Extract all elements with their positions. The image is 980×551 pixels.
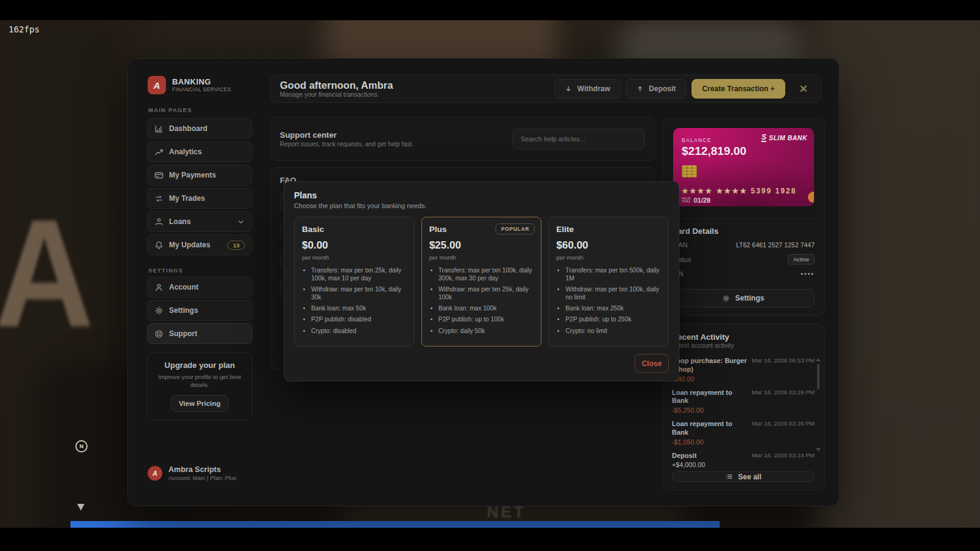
withdraw-button[interactable]: Withdraw xyxy=(554,79,620,99)
plan-feature: Transfers: max per txn 100k, daily 300k,… xyxy=(439,267,534,283)
withdraw-label: Withdraw xyxy=(577,84,610,93)
activity-row[interactable]: Loan repayment to Bank Mar 16, 2026 03:2… xyxy=(672,417,815,449)
plan-feature: P2P publish: disabled xyxy=(311,316,407,324)
sidebar-item-settings[interactable]: Settings xyxy=(147,300,252,321)
sidebar-item-my-updates[interactable]: My Updates 13 xyxy=(147,234,252,255)
activity-amount: +$4,000.00 xyxy=(672,461,815,468)
background-shelves xyxy=(815,20,980,528)
close-app-icon[interactable]: ✕ xyxy=(796,81,812,97)
support-title: Support center xyxy=(280,130,413,141)
activity-amount: -$5,250.00 xyxy=(672,407,815,414)
bank-brand: S SLIM BANK xyxy=(761,133,807,142)
user-footer: A Ambra Scripts Account: Main | Plan: Pl… xyxy=(148,465,236,481)
plan-card-plus[interactable]: Plus POPULAR $25.00 per month Transfers:… xyxy=(421,217,542,347)
trade-arrows-icon xyxy=(154,194,164,203)
valid-date: 01/28 xyxy=(693,197,710,204)
map-blip-n: N xyxy=(75,440,88,452)
sidebar-item-label: Account xyxy=(169,283,198,291)
bank-name: SLIM BANK xyxy=(769,134,807,141)
letterbox-bottom xyxy=(0,528,980,551)
plan-feature: Withdraw: max per txn 100k, daily no lim… xyxy=(565,286,661,302)
activity-scrollbar[interactable] xyxy=(816,358,821,456)
gear-icon xyxy=(154,306,164,315)
scroll-down-icon[interactable] xyxy=(816,448,821,451)
plan-feature-list: Transfers: max per txn 25k, daily 100k, … xyxy=(302,267,407,335)
card-valid-thru: VALID THRU 01/28 xyxy=(682,197,710,204)
fps-counter: 162fps xyxy=(9,24,40,34)
upgrade-title: Upgrade your plan xyxy=(156,361,243,370)
banking-app-window: A BANKING FINANCIAL SERVICES MAIN PAGES … xyxy=(127,58,839,506)
plan-period: per month xyxy=(302,254,407,261)
upgrade-subtitle: Improve your profile to get best details… xyxy=(156,373,243,389)
settings-nav: Account Settings Support xyxy=(147,277,252,344)
plan-card-elite[interactable]: Elite $60.00 per month Transfers: max pe… xyxy=(548,217,669,347)
brand-name: BANKING xyxy=(172,78,231,87)
search-help-input[interactable] xyxy=(513,129,645,149)
background-blue-strip xyxy=(70,521,720,528)
valid-label: VALID xyxy=(682,197,690,200)
activity-row[interactable]: Loan repayment to Bank Mar 16, 2026 03:2… xyxy=(672,386,815,418)
plan-feature: Bank loan: max 250k xyxy=(565,305,661,313)
settings-label: SETTINGS xyxy=(148,267,183,274)
see-all-label: See all xyxy=(738,473,761,481)
activity-date: Mar 16, 2026 03:26 PM xyxy=(752,420,815,437)
scroll-up-icon[interactable] xyxy=(816,358,821,361)
scrollbar-thumb[interactable] xyxy=(817,364,820,389)
plan-feature: Bank loan: max 100k xyxy=(439,305,534,313)
avatar: A xyxy=(148,466,162,481)
deposit-button[interactable]: Deposit xyxy=(626,79,686,99)
sidebar-item-label: My Payments xyxy=(169,171,216,179)
activity-row[interactable]: Deposit Mar 16, 2026 03:24 PM +$4,000.00 xyxy=(672,449,815,472)
plan-price: $25.00 xyxy=(429,239,534,252)
create-transaction-button[interactable]: Create Transaction + xyxy=(692,79,785,99)
create-transaction-label: Create Transaction + xyxy=(702,84,774,93)
hand-coin-icon xyxy=(154,217,164,227)
activity-date: Mar 16, 2026 06:53 PM xyxy=(752,357,815,374)
activity-row[interactable]: Shop purchase: Burger (Shop) Mar 16, 202… xyxy=(672,354,815,386)
page-title: Good afternoon, Ambra xyxy=(280,80,393,91)
activity-label: Shop purchase: Burger (Shop) xyxy=(672,357,747,374)
sidebar-item-analytics[interactable]: Analytics xyxy=(147,141,252,162)
plan-grid: Basic $0.00 per month Transfers: max per… xyxy=(294,217,669,347)
plan-card-basic[interactable]: Basic $0.00 per month Transfers: max per… xyxy=(294,217,415,347)
activity-subtitle: Latest account activity xyxy=(672,342,815,349)
view-pricing-button[interactable]: View Pricing xyxy=(171,395,228,412)
card-settings-label: Settings xyxy=(735,294,764,302)
arrow-up-icon xyxy=(636,85,644,92)
sidebar-item-dashboard[interactable]: Dashboard xyxy=(147,118,252,139)
iban-value: LT62 6461 2527 1252 7447 xyxy=(736,241,815,249)
balance-label: BALANCE xyxy=(682,137,712,143)
header-bar: Good afternoon, Ambra Manage your financ… xyxy=(270,75,821,103)
plan-period: per month xyxy=(429,254,534,261)
activity-date: Mar 16, 2026 03:24 PM xyxy=(752,452,815,460)
plan-feature: Transfers: max per txn 25k, daily 100k, … xyxy=(311,267,407,283)
card-chip xyxy=(682,165,697,178)
support-center-card: Support center Report issues, track requ… xyxy=(270,117,655,161)
line-chart-icon xyxy=(154,148,164,157)
card-settings-button[interactable]: Settings xyxy=(672,289,815,307)
modal-subtitle: Choose the plan that fits your banking n… xyxy=(294,202,669,209)
header-actions: Withdraw Deposit Create Transaction + ✕ xyxy=(554,79,812,99)
plan-price: $0.00 xyxy=(302,239,407,252)
sidebar-item-my-payments[interactable]: My Payments xyxy=(147,165,252,186)
plan-name: Elite xyxy=(556,225,661,234)
sidebar-item-label: Dashboard xyxy=(169,124,208,133)
support-subtitle: Report issues, track requests, and get h… xyxy=(280,141,413,148)
activity-label: Deposit xyxy=(672,452,747,460)
sidebar-item-account[interactable]: Account xyxy=(147,277,252,298)
sidebar-item-my-trades[interactable]: My Trades xyxy=(147,188,252,209)
sidebar-item-support[interactable]: Support xyxy=(147,323,252,344)
status-badge: Active xyxy=(788,254,815,264)
upgrade-plan-card: Upgrade your plan Improve your profile t… xyxy=(147,353,252,420)
plan-feature: Crypto: disabled xyxy=(311,328,407,335)
modal-close-button[interactable]: Close xyxy=(635,354,669,373)
sidebar-item-loans[interactable]: Loans xyxy=(147,211,252,232)
see-all-button[interactable]: See all xyxy=(672,471,815,482)
activity-label: Loan repayment to Bank xyxy=(672,420,747,437)
activity-amount: -$40.00 xyxy=(672,375,815,383)
user-name: Ambra Scripts xyxy=(168,465,236,474)
list-icon xyxy=(725,473,733,481)
user-account-meta: Account: Main | Plan: Plus xyxy=(168,474,236,481)
plan-feature: P2P publish: up to 100k xyxy=(439,316,534,324)
sidebar-item-label: My Updates xyxy=(169,241,210,249)
